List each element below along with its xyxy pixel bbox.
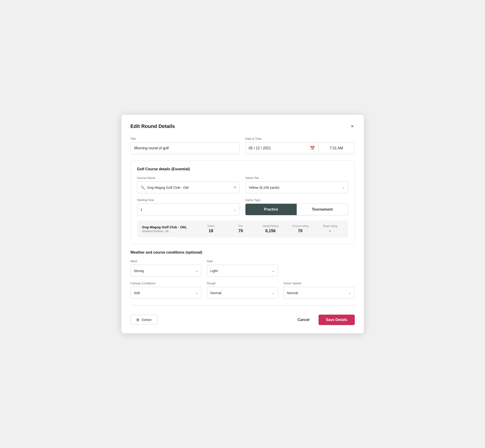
hole-gametype-row: Starting Hole 1 ⌄ Game Type Practice Tou… (137, 198, 348, 215)
fairway-col: Fairway Conditions Soft ⌄ (130, 282, 202, 299)
par-value: 70 (228, 229, 254, 233)
course-name-tee-row: Course Name 🔍 ✕ Select Tee Yellow (6,156… (137, 176, 348, 193)
title-label: Title (130, 137, 240, 140)
course-name-label: Course Name (137, 176, 240, 180)
time-value: 7:31 AM (330, 146, 343, 150)
course-name-input[interactable]: 🔍 ✕ (137, 181, 240, 193)
game-type-label: Game Type (245, 198, 348, 202)
trash-icon: 🗑 (136, 318, 140, 322)
rain-col: Rain Light ⌄ (207, 259, 278, 277)
clear-icon[interactable]: ✕ (233, 185, 236, 190)
chevron-down-icon: ⌄ (348, 291, 351, 295)
rain-value: Light (210, 269, 218, 273)
par-label: Par (228, 224, 254, 228)
holes-stat: Holes 18 (198, 224, 224, 233)
wind-rain-row: Wind Strong ⌄ Rain Light ⌄ (130, 259, 355, 277)
course-rating-stat: Course rating 70 (287, 224, 313, 233)
starting-hole-dropdown[interactable]: 1 ⌄ (137, 203, 240, 215)
yards-value: 6,156 (257, 229, 283, 233)
select-tee-value: Yellow (6,156 yards) (249, 185, 279, 189)
course-rating-label: Course rating (287, 224, 313, 228)
green-speed-col: Green Speed Normal ⌄ (283, 282, 355, 299)
search-icon: 🔍 (140, 185, 145, 190)
green-speed-dropdown[interactable]: Normal ⌄ (283, 287, 355, 299)
starting-hole-value: 1 (140, 208, 142, 211)
footer-right: Cancel Save Details (294, 315, 355, 325)
delete-label: Delete (142, 318, 152, 322)
fairway-dropdown[interactable]: Soft ⌄ (130, 287, 202, 299)
green-speed-label: Green Speed (283, 282, 355, 285)
chevron-down-icon: ⌄ (342, 185, 345, 189)
course-name-col: Course Name 🔍 ✕ (137, 176, 240, 193)
rough-value: Normal (210, 291, 221, 295)
chevron-down-icon: ⌄ (272, 291, 275, 295)
green-speed-value: Normal (287, 291, 298, 295)
wind-col: Wind Strong ⌄ (130, 259, 202, 277)
rain-label: Rain (207, 259, 278, 263)
rain-dropdown[interactable]: Light ⌄ (207, 265, 278, 277)
fairway-rough-green-row: Fairway Conditions Soft ⌄ Rough Normal ⌄… (130, 282, 355, 299)
fairway-value: Soft (134, 291, 140, 295)
rough-label: Rough (207, 282, 278, 285)
wind-dropdown[interactable]: Strong ⌄ (130, 265, 202, 277)
chevron-down-icon: ⌄ (234, 208, 236, 211)
select-tee-col: Select Tee Yellow (6,156 yards) ⌄ (245, 176, 348, 193)
course-name-display: Gog Magog Golf Club - Old, (142, 225, 194, 229)
title-field: Title (130, 137, 240, 154)
game-type-toggle: Practice Tournament (245, 203, 348, 215)
course-location: Shelford Bottom, UK (142, 230, 194, 233)
game-type-col: Game Type Practice Tournament (245, 198, 348, 215)
rough-col: Rough Normal ⌄ (207, 282, 278, 299)
slope-rating-stat: Slope rating - (317, 224, 343, 233)
chevron-down-icon: ⌄ (272, 269, 275, 272)
yards-label: Yards(Yellow) (257, 224, 283, 228)
golf-course-section: Golf Course details (Essential) Course N… (130, 160, 355, 244)
datetime-field: Date & Time 05 / 12 / 2021 📅 7:31 AM (245, 137, 355, 154)
starting-hole-col: Starting Hole 1 ⌄ (137, 198, 240, 215)
datetime-row: 05 / 12 / 2021 📅 7:31 AM (245, 142, 355, 154)
cancel-button[interactable]: Cancel (294, 315, 313, 325)
weather-title: Weather and course conditions (optional) (130, 250, 355, 255)
footer-divider (130, 305, 355, 305)
golf-course-title: Golf Course details (Essential) (137, 167, 348, 171)
rough-dropdown[interactable]: Normal ⌄ (207, 287, 278, 299)
course-search-field[interactable] (147, 185, 231, 189)
tournament-button[interactable]: Tournament (297, 204, 348, 215)
save-button[interactable]: Save Details (319, 315, 355, 325)
date-input[interactable]: 05 / 12 / 2021 📅 (245, 142, 318, 154)
modal-header: Edit Round Details × (130, 123, 355, 130)
select-tee-dropdown[interactable]: Yellow (6,156 yards) ⌄ (245, 181, 348, 193)
footer-row: 🗑 Delete Cancel Save Details (130, 312, 355, 325)
delete-button[interactable]: 🗑 Delete (130, 315, 157, 325)
select-tee-label: Select Tee (245, 176, 348, 180)
top-row: Title Date & Time 05 / 12 / 2021 📅 7:31 … (130, 137, 355, 154)
close-button[interactable]: × (350, 123, 355, 130)
datetime-label: Date & Time (245, 137, 355, 140)
date-value: 05 / 12 / 2021 (249, 146, 271, 150)
course-info-row: Gog Magog Golf Club - Old, Shelford Bott… (137, 220, 348, 237)
holes-label: Holes (198, 224, 224, 228)
chevron-down-icon: ⌄ (195, 269, 198, 272)
slope-rating-value: - (317, 229, 343, 233)
practice-button[interactable]: Practice (245, 204, 297, 215)
starting-hole-label: Starting Hole (137, 198, 240, 202)
wind-value: Strong (134, 269, 144, 273)
par-stat: Par 70 (228, 224, 254, 233)
edit-round-modal: Edit Round Details × Title Date & Time 0… (121, 115, 364, 333)
holes-value: 18 (198, 229, 224, 233)
course-info-name: Gog Magog Golf Club - Old, Shelford Bott… (142, 225, 194, 233)
course-rating-value: 70 (287, 229, 313, 233)
wind-label: Wind (130, 259, 202, 263)
chevron-down-icon: ⌄ (195, 291, 198, 295)
yards-stat: Yards(Yellow) 6,156 (257, 224, 283, 233)
title-input[interactable] (130, 142, 240, 154)
calendar-icon: 📅 (310, 146, 315, 151)
modal-title: Edit Round Details (130, 123, 175, 129)
slope-rating-label: Slope rating (317, 224, 343, 228)
weather-section: Weather and course conditions (optional)… (130, 250, 355, 299)
fairway-label: Fairway Conditions (130, 282, 202, 285)
time-input[interactable]: 7:31 AM (318, 142, 355, 154)
